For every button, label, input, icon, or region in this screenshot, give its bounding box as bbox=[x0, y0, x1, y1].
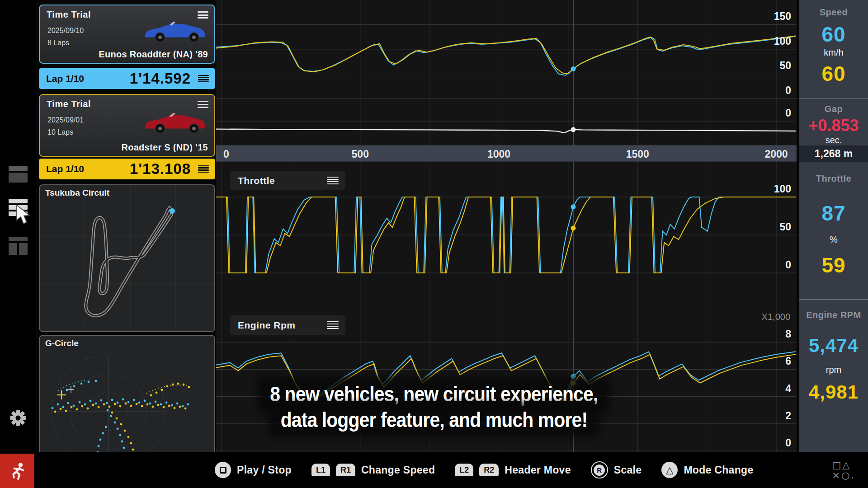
g-point-yellow bbox=[108, 406, 111, 408]
g-point-cyan bbox=[79, 401, 81, 404]
rpm-label: Engine RPM bbox=[799, 310, 868, 320]
g-point-yellow bbox=[54, 411, 57, 413]
triangle-button-icon: △ bbox=[661, 462, 678, 478]
throttle-unit: % bbox=[799, 235, 868, 245]
session-card-menu-icon[interactable] bbox=[198, 101, 208, 108]
layout-split-icon-bar bbox=[9, 237, 28, 241]
cursor-marker-throttle bbox=[571, 204, 576, 209]
track-map bbox=[40, 185, 214, 331]
rpm-multiplier-label: X1,000 bbox=[762, 312, 790, 322]
gap-value: +0.853 bbox=[799, 116, 868, 135]
mode-change-label: Mode Change bbox=[684, 464, 753, 476]
layout-split-icon[interactable] bbox=[9, 237, 28, 255]
scale-control[interactable]: R Scale bbox=[591, 461, 642, 479]
g-point-cyan bbox=[127, 401, 130, 404]
lap-bar-yellow[interactable]: Lap 1/10 1'13.108 bbox=[39, 159, 215, 179]
g-point-yellow bbox=[71, 406, 73, 408]
g-point-yellow bbox=[166, 385, 169, 388]
lap-time: 1'13.108 bbox=[130, 160, 191, 178]
rpm-chart-header[interactable]: Engine Rpm bbox=[230, 315, 345, 335]
g-point-yellow bbox=[65, 410, 67, 412]
g-point-cyan bbox=[171, 404, 173, 407]
rpm-chart-menu-icon[interactable] bbox=[327, 321, 339, 329]
g-point-cyan bbox=[80, 383, 83, 385]
g-point-cyan bbox=[138, 402, 141, 404]
g-point-cyan bbox=[67, 402, 70, 404]
distance-axis[interactable]: 0500100015002000 bbox=[216, 145, 797, 162]
gap-ytick: 0 bbox=[755, 107, 791, 119]
g-point-cyan bbox=[107, 409, 109, 412]
g-point-yellow bbox=[130, 442, 132, 445]
g-point-cyan bbox=[117, 428, 119, 430]
layout-single-icon[interactable] bbox=[9, 166, 28, 183]
change-speed-control[interactable]: L1 R1 Change Speed bbox=[311, 464, 435, 476]
session-card-car-name: Roadster S (ND) '15 bbox=[121, 142, 208, 153]
g-point-yellow bbox=[103, 404, 105, 406]
g-point-cyan bbox=[73, 405, 75, 407]
g-point-cyan bbox=[133, 399, 135, 401]
exit-button[interactable] bbox=[0, 454, 34, 488]
gap-unit: sec. bbox=[799, 135, 868, 145]
distance-tick: 2000 bbox=[756, 148, 797, 160]
car-image-blue-roadster bbox=[141, 19, 209, 44]
speed-ytick: 150 bbox=[755, 10, 791, 23]
g-point-cyan bbox=[88, 381, 90, 383]
mode-change-control[interactable]: △ Mode Change bbox=[661, 462, 753, 478]
g-point-yellow bbox=[92, 404, 94, 406]
settings-gear-icon[interactable] bbox=[8, 408, 28, 428]
throttle-readout: Throttle 87 % 59 bbox=[799, 162, 868, 277]
g-point-cyan bbox=[62, 406, 65, 408]
layout-single-icon-bar bbox=[9, 166, 28, 171]
speed-readout: Speed 60 km/h 60 bbox=[799, 0, 868, 86]
g-point-cyan bbox=[117, 402, 119, 404]
g-point-yellow bbox=[156, 392, 158, 394]
g-point-cyan bbox=[114, 422, 116, 424]
session-card-yellow[interactable]: Time Trial 2025/09/01 10 Laps Roadster S… bbox=[39, 94, 215, 157]
gt-data-logger-screen: { "app": { "ps_glyphs_row1": "\u25A1\u25… bbox=[0, 0, 868, 488]
g-point-cyan bbox=[187, 404, 189, 406]
telemetry-charts[interactable] bbox=[216, 0, 797, 452]
r2-key: R2 bbox=[479, 464, 499, 476]
lap-bar-blue[interactable]: Lap 1/10 1'14.592 bbox=[39, 68, 215, 89]
g-point-cyan bbox=[123, 447, 125, 449]
distance-tick: 500 bbox=[340, 148, 381, 160]
g-point-cyan bbox=[66, 389, 68, 391]
g-point-yellow bbox=[152, 406, 154, 408]
speed-unit: km/h bbox=[799, 47, 868, 58]
session-card-car-name: Eunos Roaddter (NA) '89 bbox=[99, 49, 208, 60]
g-point-cyan bbox=[122, 399, 124, 401]
g-point-cyan bbox=[57, 404, 59, 406]
g-point-cyan bbox=[90, 400, 92, 402]
throttle-label: Throttle bbox=[799, 174, 868, 184]
current-distance: 1,268 m bbox=[799, 145, 868, 162]
g-point-yellow bbox=[146, 404, 149, 406]
speed-value-yellow: 60 bbox=[799, 61, 868, 86]
throttle-chart-header[interactable]: Throttle bbox=[230, 171, 345, 190]
track-outline bbox=[86, 208, 172, 316]
g-point-yellow bbox=[60, 408, 62, 410]
throttle-chart-menu-icon[interactable] bbox=[327, 177, 339, 185]
session-card-laps: 10 Laps bbox=[47, 128, 73, 136]
rpm-value-yellow: 4,981 bbox=[799, 381, 868, 403]
g-point-cyan bbox=[106, 402, 108, 404]
gap-label: Gap bbox=[799, 104, 868, 114]
g-point-yellow bbox=[87, 408, 89, 410]
lap-bar-menu-icon[interactable] bbox=[198, 165, 209, 173]
g-point-cyan bbox=[73, 385, 75, 388]
play-stop-control[interactable]: Play / Stop bbox=[215, 462, 292, 478]
control-hint-bar: Play / Stop L1 R1 Change Speed L2 R2 Hea… bbox=[36, 452, 868, 488]
g-point-yellow bbox=[183, 384, 185, 386]
g-point-yellow bbox=[76, 408, 78, 411]
session-card-date: 2025/09/10 bbox=[47, 27, 84, 35]
g-circle-title: G-Circle bbox=[45, 338, 79, 348]
header-move-control[interactable]: L2 R2 Header Move bbox=[455, 464, 571, 476]
session-card-menu-icon[interactable] bbox=[198, 11, 208, 19]
throttle-value-yellow: 59 bbox=[799, 253, 868, 277]
lap-bar-menu-icon[interactable] bbox=[198, 75, 209, 83]
g-marker-gray-crosshair bbox=[68, 386, 74, 393]
session-card-blue[interactable]: Time Trial 2025/09/10 8 Laps Eunos Roadd… bbox=[39, 5, 215, 64]
cursor-marker-gap bbox=[571, 127, 576, 132]
rpm-ytick: 4 bbox=[755, 383, 791, 395]
r-stick-icon: R bbox=[591, 461, 608, 479]
change-speed-label: Change Speed bbox=[361, 464, 435, 476]
